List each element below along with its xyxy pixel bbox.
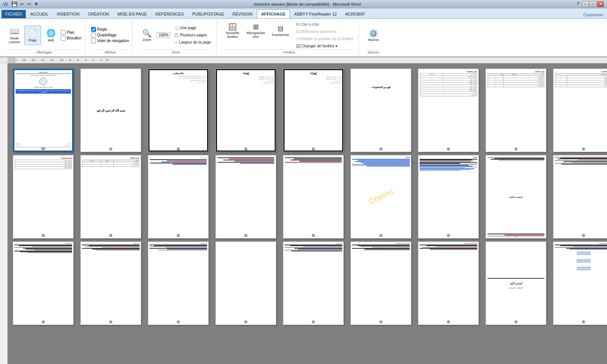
page-5[interactable]: إهداء إلى من حملوني على أكتافهم... إلى م… — [283, 69, 344, 152]
page-18-content — [554, 155, 607, 238]
page-7[interactable]: فهرس المحتويات الموضوعالصفحة المقدمة الع… — [418, 69, 479, 152]
page-13[interactable] — [215, 155, 276, 238]
plan-check-input[interactable] — [61, 30, 66, 35]
regle-checkbox[interactable]: Règle — [91, 27, 129, 32]
ruler-slider[interactable]: ▼ — [105, 58, 109, 62]
page-20[interactable]: نبذة تمهيدية — [80, 242, 141, 325]
page-8-indicator — [514, 147, 517, 151]
plusieurs-pages-label: Plusieurs pages — [180, 33, 207, 37]
page-17[interactable]: المقدمة العامة — [486, 155, 546, 238]
tab-accueil[interactable]: ACCUEIL — [27, 10, 52, 18]
page-18[interactable] — [553, 155, 607, 238]
page-14[interactable] — [283, 155, 344, 238]
connexion-btn[interactable]: Connexion — [581, 11, 605, 18]
retablir-btn[interactable]: ⊡ Rétablir la position de la fenêtre — [294, 36, 356, 42]
volet-nav-check-input[interactable] — [91, 38, 96, 43]
page-3[interactable]: شكر وتقدير الحمد لله الذي أعاننا على إتم… — [148, 69, 209, 152]
page-27-indicator — [582, 320, 585, 323]
page-11[interactable]: فهرس الأشكال الشكلالرقمالصفحة شكل رقم (0… — [80, 155, 141, 238]
page-15[interactable]: ملخص Cherni — [351, 155, 411, 238]
tab-fichier[interactable]: FICHIER — [2, 10, 26, 18]
page-btn[interactable]: 📄 Page — [24, 25, 41, 45]
close-btn[interactable]: ✕ — [597, 1, 604, 7]
macros-btn[interactable]: ⚙️ Macros — [365, 25, 382, 45]
defilement-sync-btn[interactable]: ⇅ Défilement synchrone — [294, 28, 356, 35]
zoom-value-display[interactable]: 100% — [157, 32, 170, 38]
page-17-indicator — [514, 234, 517, 237]
page-19[interactable]: نبذة تمهيدية — [13, 242, 74, 325]
page-15-indicator — [379, 234, 382, 237]
tab-publipostage[interactable]: PUBLIPOSTAGE — [189, 10, 228, 18]
largeur-page-btn[interactable]: ↔ Largeur de la page — [172, 39, 213, 46]
tab-revision[interactable]: RÉVISION — [229, 10, 256, 18]
nouvelle-fenetre-btn[interactable]: 🪟 Nouvellefenêtre — [223, 21, 242, 41]
page-9[interactable]: فهرس المحتويات الصفحة | الموضوع الفصل ال… — [553, 69, 607, 152]
zoom-btn-label: Zoom — [143, 38, 151, 42]
page-23[interactable]: نبذة تمهيدية — [283, 242, 344, 325]
title-bar: W 💾 ↩ ↪ ▼ memoire wissam [Mode de compat… — [0, 0, 607, 8]
tab-mise-en-page[interactable]: MISE EN PAGE — [113, 10, 151, 18]
page-22-indicator — [244, 320, 247, 323]
cote-a-cote-btn[interactable]: ⧉ Côte à côte — [294, 21, 356, 28]
page-6[interactable]: فهرس المحتويات — [351, 69, 411, 152]
page-25-indicator — [447, 320, 450, 323]
redo-quick-btn[interactable]: ↪ — [26, 1, 32, 7]
tab-insertion[interactable]: INSERTION — [53, 10, 83, 18]
page-8[interactable]: فهرس الجداول الجدولالصفحةالرقم جدول رقم … — [486, 69, 546, 152]
more-quick-btn[interactable]: ▼ — [33, 1, 39, 7]
fenetre-group-label: Fenêtre — [223, 49, 355, 54]
page-19-content: نبذة تمهيدية — [13, 242, 73, 325]
plusieurs-pages-btn[interactable]: 📋 Plusieurs pages — [172, 32, 213, 38]
tab-references[interactable]: RÉFÉRENCES — [151, 10, 187, 18]
quadrillage-check-input[interactable] — [91, 33, 96, 38]
restore-btn[interactable]: □ — [590, 1, 596, 7]
afficher-checkboxes: Règle Quadrillage Volet de navigation — [91, 27, 129, 43]
plan-checkbox[interactable]: Plan — [61, 30, 82, 35]
page-5-content: إهداء إلى من حملوني على أكتافهم... إلى م… — [283, 69, 343, 152]
changer-fenetre-label: Changer de fenêtre ▾ — [302, 44, 337, 48]
tab-creation[interactable]: CRÉATION — [84, 10, 113, 18]
page-24[interactable]: الفصل الأول | دراسة تمهيدية — [351, 242, 411, 325]
regle-check-input[interactable] — [91, 27, 96, 32]
page-3-content: شكر وتقدير الحمد لله الذي أعاننا على إتم… — [148, 69, 208, 152]
help-btn[interactable]: ? — [575, 1, 581, 7]
page-27[interactable]: الفصل الأول | دراسة تمهيدية ↓ ↓ — [553, 242, 607, 325]
changer-fenetre-btn[interactable]: 🪟 Changer de fenêtre ▾ — [294, 43, 356, 49]
page-16[interactable]: ملخص — [418, 155, 479, 238]
tab-affichage[interactable]: AFFICHAGE — [257, 9, 289, 18]
web-btn[interactable]: 🌐 web — [42, 25, 59, 45]
quadrillage-checkbox[interactable]: Quadrillage — [91, 33, 129, 38]
defilement-label: Défilement synchrone — [300, 30, 337, 34]
reorganiser-btn[interactable]: ⊞ Réorganisertout — [244, 21, 268, 41]
page-12[interactable]: ملخص بريئة — [148, 155, 209, 238]
page-26[interactable]: الفصل الأول الرقابة الجبانية — [486, 242, 546, 325]
page-4-content: إهداء إلى من حملوني على أكتافهم... إلى م… — [216, 69, 276, 152]
page-25[interactable]: الفصل الأول | دراسة تمهيدية — [418, 242, 479, 325]
fractionner-btn[interactable]: ⊟ Fractionner — [269, 21, 292, 41]
page-22[interactable] — [215, 242, 276, 325]
une-page-btn[interactable]: 📃 Une page — [172, 25, 213, 31]
page-16-indicator — [447, 234, 450, 237]
document-canvas[interactable]: جامعة الجزائر كلية العلوم الاقتصادية وال… — [8, 63, 607, 364]
minimize-btn[interactable]: ─ — [582, 1, 589, 7]
tab-abbyy[interactable]: ABBYY FineReader 12 — [291, 10, 341, 18]
page-2[interactable]: بسم الله الرحمن الرحيم — [80, 69, 141, 152]
page-1[interactable]: جامعة الجزائر كلية العلوم الاقتصادية وال… — [13, 69, 74, 152]
tab-acrobat[interactable]: ACROBAT — [341, 10, 369, 18]
retablir-label: Rétablir la position de la fenêtre — [300, 37, 354, 41]
save-quick-btn[interactable]: 💾 — [11, 1, 18, 7]
page-10[interactable]: فهرس المحتويات المبحث الثاني المطلب الأو… — [13, 155, 74, 238]
fractionner-icon: ⊟ — [278, 25, 283, 33]
page-4[interactable]: إهداء إلى من حملوني على أكتافهم... إلى م… — [215, 69, 276, 152]
brouillon-checkbox[interactable]: Brouillon — [61, 36, 82, 41]
page-21[interactable]: نبذة تمهيدية — [148, 242, 209, 325]
mode-lecture-btn[interactable]: 📖 ModeLecture — [6, 25, 23, 45]
zoom-btn[interactable]: 🔍 Zoom — [138, 25, 155, 45]
brouillon-check-input[interactable] — [61, 36, 66, 41]
page-3-indicator — [177, 147, 180, 151]
volet-nav-checkbox[interactable]: Volet de navigation — [91, 38, 129, 43]
web-icon: 🌐 — [46, 28, 56, 38]
macros-label: Macros — [368, 38, 379, 42]
undo-quick-btn[interactable]: ↩ — [19, 1, 25, 7]
ribbon-group-macros: ⚙️ Macros Macros — [362, 20, 385, 55]
